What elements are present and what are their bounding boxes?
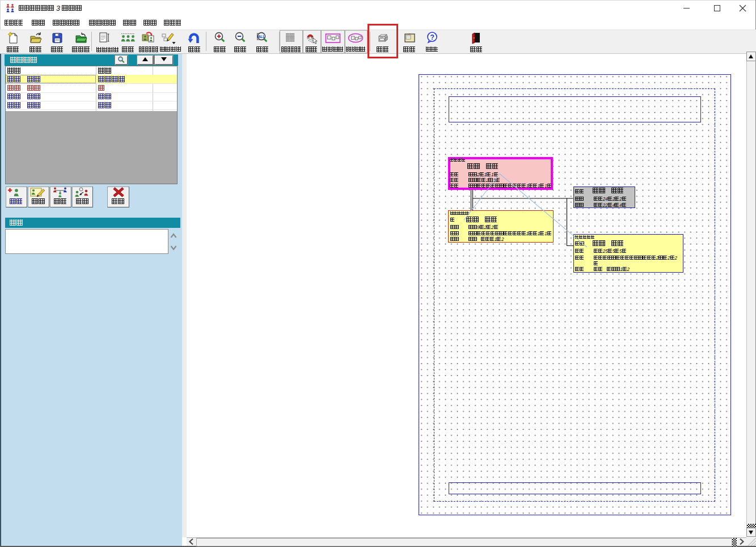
svg-text:ALL: ALL bbox=[258, 35, 265, 39]
svg-text:?: ? bbox=[430, 33, 434, 41]
